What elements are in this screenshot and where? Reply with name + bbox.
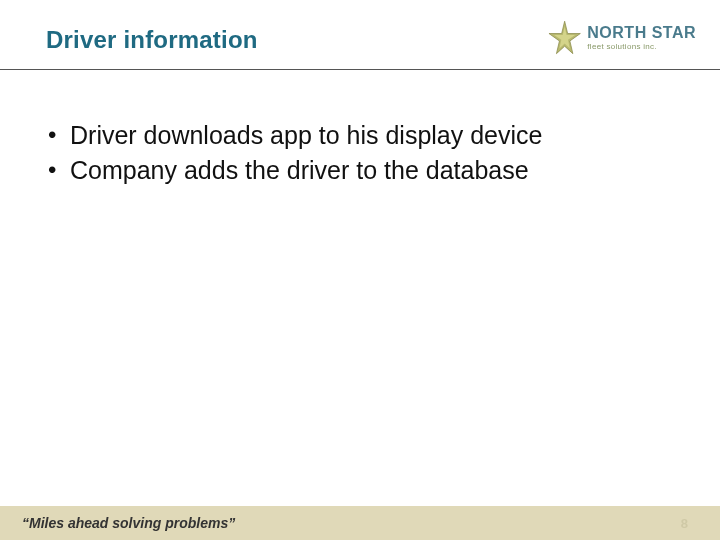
slide-title: Driver information xyxy=(46,26,258,54)
company-logo: NORTH STAR fleet solutions inc. xyxy=(546,8,696,68)
list-item: Company adds the driver to the database xyxy=(46,155,680,186)
logo-main-text: NORTH STAR xyxy=(587,25,696,41)
slide-body: Driver downloads app to his display devi… xyxy=(46,120,680,191)
star-icon xyxy=(546,15,583,61)
slide-header: Driver information NORTH STAR fleet solu… xyxy=(0,18,720,70)
list-item: Driver downloads app to his display devi… xyxy=(46,120,680,151)
slide-footer: “Miles ahead solving problems” 8 xyxy=(0,506,720,540)
logo-sub-text: fleet solutions inc. xyxy=(587,43,696,51)
bullet-list: Driver downloads app to his display devi… xyxy=(46,120,680,187)
logo-text: NORTH STAR fleet solutions inc. xyxy=(587,25,696,51)
page-number: 8 xyxy=(681,516,688,531)
footer-tagline: “Miles ahead solving problems” xyxy=(22,515,235,531)
